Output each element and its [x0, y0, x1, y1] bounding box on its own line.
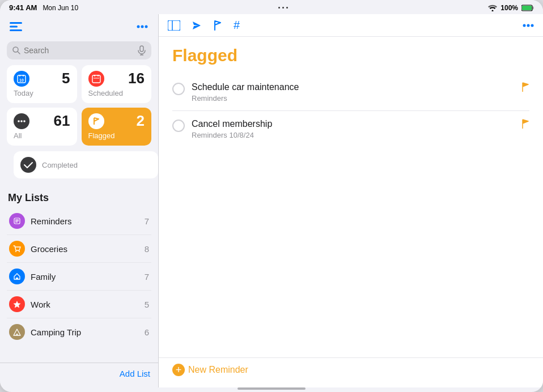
bottom-bar: + New Reminder	[159, 357, 543, 387]
family-list-icon	[9, 269, 25, 284]
main-panel: # Flagged Schedule car mainte	[159, 14, 543, 387]
svg-point-23	[18, 120, 20, 122]
list-item-family[interactable]: Family 7	[7, 263, 151, 291]
flagged-title: Flagged	[172, 46, 529, 65]
all-count: 61	[54, 113, 70, 128]
reminders-list-icon	[9, 213, 25, 229]
groceries-icon-svg	[13, 245, 21, 253]
reminder-1-circle[interactable]	[172, 83, 185, 95]
reminder-item-1: Schedule car maintenance Reminders	[172, 74, 529, 111]
groceries-list-name: Groceries	[31, 244, 139, 254]
search-input[interactable]	[24, 46, 134, 55]
status-bar: 9:41 AM Mon Jun 10 100%	[0, 0, 543, 14]
svg-rect-12	[140, 46, 143, 52]
svg-rect-5	[10, 26, 18, 28]
list-item-work[interactable]: Work 5	[7, 291, 151, 318]
status-bar-right: 100%	[488, 4, 534, 12]
list-item-reminders[interactable]: Reminders 7	[7, 207, 151, 235]
camping-list-name: Camping Trip	[31, 327, 139, 337]
reminder-2-meta: Reminders 10/8/24	[192, 131, 515, 139]
completed-icon	[20, 157, 36, 173]
status-bar-left: 9:41 AM Mon Jun 10	[9, 3, 78, 12]
list-item-groceries[interactable]: Groceries 8	[7, 235, 151, 263]
star-icon-svg	[13, 300, 21, 308]
sidebar-footer: Add List	[0, 363, 158, 387]
svg-point-7	[137, 25, 140, 28]
battery-level: 100%	[500, 4, 518, 12]
calendar-icon: 10	[17, 74, 26, 83]
flagged-count: 2	[137, 113, 145, 128]
svg-rect-4	[10, 22, 22, 24]
battery-icon	[521, 5, 534, 11]
scheduled-count: 16	[128, 71, 145, 86]
view-mode-button[interactable]	[168, 20, 180, 31]
svg-point-25	[23, 120, 26, 122]
flag-icon	[92, 117, 101, 126]
reminder-1-title: Schedule car maintenance	[192, 82, 515, 92]
completed-card[interactable]: Completed	[14, 151, 158, 178]
send-icon	[192, 20, 202, 31]
flag-filled-icon	[521, 82, 529, 92]
groceries-list-count: 8	[145, 244, 149, 254]
location-button[interactable]	[192, 20, 202, 31]
svg-rect-6	[10, 29, 22, 31]
status-date: Mon Jun 10	[43, 4, 78, 12]
device-frame: 9:41 AM Mon Jun 10 100%	[0, 0, 543, 392]
search-bar[interactable]	[7, 41, 151, 59]
flag-toolbar-button[interactable]	[213, 20, 222, 31]
home-indicator	[0, 387, 543, 392]
wifi-icon	[488, 5, 497, 11]
smart-card-flagged[interactable]: 2 Flagged	[82, 108, 152, 146]
status-time: 9:41 AM	[9, 3, 37, 12]
main-toolbar: #	[159, 14, 543, 37]
reminder-2-content: Cancel membership Reminders 10/8/24	[192, 119, 515, 139]
view-mode-icon	[168, 20, 180, 31]
svg-point-37	[527, 24, 530, 27]
sidebar-more-button[interactable]	[134, 19, 150, 35]
today-card-icon: 10	[14, 71, 29, 87]
smart-card-all[interactable]: 61 All	[7, 108, 77, 146]
today-label: Today	[14, 89, 70, 97]
reminder-2-flag[interactable]	[521, 119, 529, 129]
home-bar	[237, 387, 306, 390]
groceries-list-icon	[9, 241, 25, 257]
svg-rect-34	[168, 20, 180, 31]
svg-rect-3	[522, 6, 532, 10]
flag-filled-icon-2	[521, 119, 529, 129]
reminders-list-count: 7	[145, 216, 149, 226]
reminders-list-name: Reminders	[31, 216, 139, 226]
svg-point-31	[19, 251, 20, 252]
svg-rect-32	[16, 278, 18, 279]
flagged-card-icon	[88, 113, 104, 129]
camping-list-icon	[9, 324, 25, 340]
status-bar-center	[278, 7, 288, 8]
sidebar-top	[0, 14, 158, 39]
new-reminder-label: New Reminder	[188, 365, 248, 375]
svg-point-36	[523, 24, 526, 27]
toolbar-ellipsis-icon	[523, 24, 534, 27]
add-list-button[interactable]: Add List	[120, 369, 150, 378]
new-reminder-plus-icon: +	[172, 364, 185, 376]
svg-text:10: 10	[19, 78, 24, 82]
dot3	[286, 7, 288, 8]
list-item-camping-trip[interactable]: Camping Trip 6	[7, 318, 151, 346]
toolbar-more-button[interactable]	[523, 24, 534, 27]
reminder-1-flag[interactable]	[521, 82, 529, 92]
reminder-2-date: 10/8/24	[229, 131, 253, 139]
toolbar-icons-left: #	[168, 19, 240, 32]
family-list-count: 7	[145, 272, 149, 282]
checkmark-icon	[24, 161, 33, 169]
smart-card-today[interactable]: 10 5 Today	[7, 65, 77, 103]
sidebar-ellipsis-icon	[137, 25, 148, 28]
smart-card-scheduled[interactable]: 16 Scheduled	[82, 65, 152, 103]
completed-label: Completed	[42, 161, 78, 169]
sidebar-toggle-icon	[10, 22, 22, 31]
new-reminder-button[interactable]: + New Reminder	[172, 364, 248, 376]
sidebar-toggle-button[interactable]	[8, 19, 24, 35]
all-card-icon	[14, 113, 29, 129]
work-list-icon	[9, 296, 25, 312]
reminder-2-circle[interactable]	[172, 120, 185, 132]
tag-button[interactable]: #	[234, 19, 240, 32]
scheduled-label: Scheduled	[88, 89, 145, 97]
svg-point-8	[141, 25, 144, 28]
